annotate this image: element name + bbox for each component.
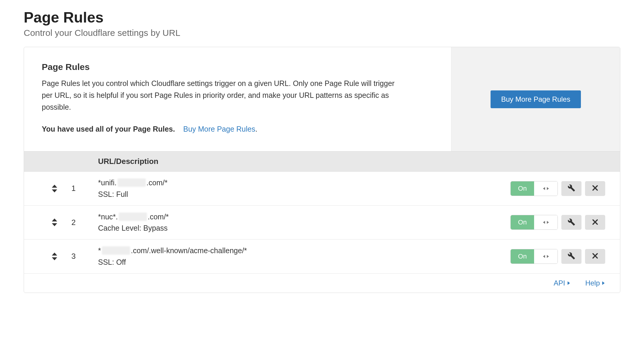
caret-right-icon xyxy=(602,281,605,285)
sort-handle-icon[interactable] xyxy=(51,184,58,193)
svg-marker-13 xyxy=(602,281,605,285)
table-row: 1 *unifi. .com/* SSL: Full On xyxy=(24,172,620,206)
toggle-on-label: On xyxy=(511,181,534,196)
rule-url-pre: *nuc*. xyxy=(98,211,118,223)
close-icon xyxy=(592,219,598,226)
delete-rule-button[interactable] xyxy=(585,249,605,264)
wrench-icon xyxy=(568,184,575,193)
usage-prefix: You have used all of your Page Rules. xyxy=(42,125,175,133)
close-icon xyxy=(592,253,598,260)
edit-rule-button[interactable] xyxy=(561,215,581,230)
rule-settings: SSL: Full xyxy=(98,189,510,200)
rule-url: *unifi. .com/* xyxy=(98,177,510,189)
toggle-switch[interactable]: On xyxy=(510,249,558,264)
rule-settings: Cache Level: Bypass xyxy=(98,222,510,234)
svg-marker-10 xyxy=(543,255,545,258)
delete-rule-button[interactable] xyxy=(585,215,605,230)
api-link-label: API xyxy=(554,279,565,287)
table-row: 2 *nuc*. .com/* Cache Level: Bypass On xyxy=(24,206,620,240)
page-subtitle: Control your Cloudflare settings by URL xyxy=(24,28,620,38)
svg-marker-0 xyxy=(52,185,57,188)
help-link[interactable]: Help xyxy=(585,279,605,287)
svg-marker-12 xyxy=(568,281,570,285)
svg-marker-9 xyxy=(52,257,57,260)
toggle-switch[interactable]: On xyxy=(510,181,558,196)
rule-url-post: .com/* xyxy=(147,177,168,189)
rule-url: *nuc*. .com/* xyxy=(98,211,510,223)
caret-right-icon xyxy=(567,281,571,285)
rule-order: 1 xyxy=(71,184,98,193)
wrench-icon xyxy=(568,252,575,261)
svg-marker-6 xyxy=(543,221,545,224)
rule-url-pre: *unifi. xyxy=(98,177,117,189)
api-link[interactable]: API xyxy=(554,279,571,287)
svg-marker-7 xyxy=(547,221,549,224)
svg-marker-1 xyxy=(52,189,57,192)
toggle-handle-icon xyxy=(534,181,558,196)
rule-order: 3 xyxy=(71,252,98,261)
toggle-handle-icon xyxy=(534,215,558,229)
table-header-url: URL/Description xyxy=(24,151,620,172)
delete-rule-button[interactable] xyxy=(585,181,605,196)
sort-handle-icon[interactable] xyxy=(51,252,58,261)
svg-marker-8 xyxy=(52,253,57,256)
rule-url: * .com/.well-known/acme-challenge/* xyxy=(98,245,510,256)
svg-marker-5 xyxy=(52,223,57,226)
redacted-domain xyxy=(102,246,130,255)
edit-rule-button[interactable] xyxy=(561,181,581,196)
rule-url-post: .com/.well-known/acme-challenge/* xyxy=(131,245,247,256)
usage-status: You have used all of your Page Rules. Bu… xyxy=(42,125,433,133)
card-title: Page Rules xyxy=(42,62,433,72)
edit-rule-button[interactable] xyxy=(561,249,581,264)
close-icon xyxy=(592,185,598,192)
redacted-domain xyxy=(118,178,146,187)
buy-more-button[interactable]: Buy More Page Rules xyxy=(491,90,581,108)
usage-suffix: . xyxy=(255,125,257,133)
sort-handle-icon[interactable] xyxy=(51,218,58,227)
toggle-handle-icon xyxy=(534,249,558,264)
page-rules-card: Page Rules Page Rules let you control wh… xyxy=(24,47,620,293)
svg-marker-3 xyxy=(547,187,549,190)
buy-more-link-inline[interactable]: Buy More Page Rules xyxy=(183,125,255,133)
rules-list: 1 *unifi. .com/* SSL: Full On xyxy=(24,172,620,274)
redacted-domain xyxy=(119,213,147,221)
card-footer: API Help xyxy=(24,274,620,293)
svg-marker-2 xyxy=(543,187,545,190)
rule-url-post: .com/* xyxy=(148,211,169,223)
svg-marker-11 xyxy=(547,255,549,258)
toggle-on-label: On xyxy=(511,215,534,229)
table-row: 3 * .com/.well-known/acme-challenge/* SS… xyxy=(24,240,620,274)
page-title: Page Rules xyxy=(24,9,620,26)
help-link-label: Help xyxy=(585,279,600,287)
rule-order: 2 xyxy=(71,218,98,227)
wrench-icon xyxy=(568,218,575,227)
rule-settings: SSL: Off xyxy=(98,256,510,268)
toggle-on-label: On xyxy=(511,249,534,264)
card-description: Page Rules let you control which Cloudfl… xyxy=(42,77,403,113)
toggle-switch[interactable]: On xyxy=(510,215,558,230)
svg-marker-4 xyxy=(52,218,57,221)
rule-url-pre: * xyxy=(98,245,101,256)
